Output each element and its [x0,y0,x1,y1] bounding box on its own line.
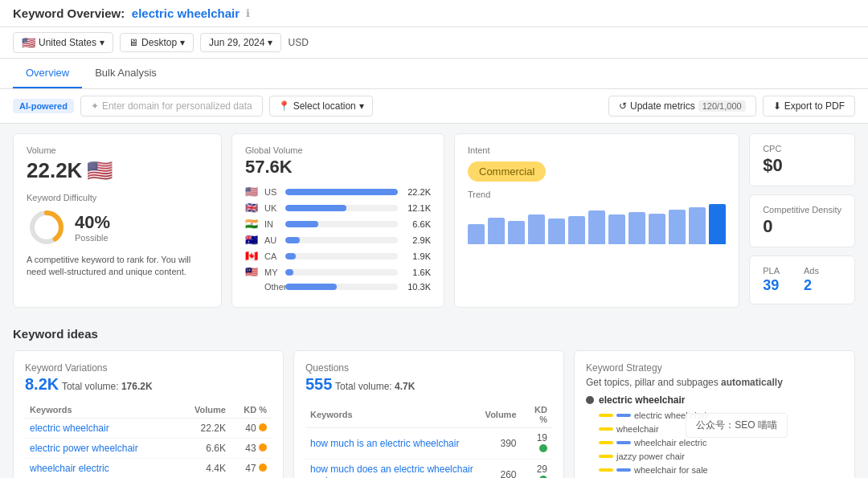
watermark: 公众号：SEO 喵喵 [686,413,788,438]
keyword-link[interactable]: how much is an electric wheelchair [310,438,459,449]
location-icon: 📍 [278,100,290,112]
currency-label: USD [288,37,308,48]
trend-bar [689,207,706,244]
pla-ads-card: PLA 39 Ads 2 [749,255,855,304]
tab-overview[interactable]: Overview [13,59,82,88]
country-row: Other 10.3K [245,282,431,292]
bar-bg [285,284,398,290]
info-icon[interactable]: ℹ [246,7,250,19]
right-metrics-col: CPC $0 Competitive Density 0 PLA 39 Ads … [749,133,855,308]
country-selector[interactable]: 🇺🇸 United States ▾ [13,32,113,53]
us-flag-icon: 🇺🇸 [22,36,35,49]
table-row: how much is an electric wheelchair 390 1… [305,428,552,460]
trend-bar [548,219,565,244]
ideas-row: Keyword Variations 8.2K Total volume: 17… [0,344,868,478]
country-code: UK [264,203,280,213]
keyword-link[interactable]: wheelchair electric [30,463,109,474]
country-flag-icon: 🇺🇸 [245,186,260,198]
kd-dot-icon [259,443,267,451]
chevron-down-icon: ▾ [359,100,364,112]
update-metrics-button[interactable]: ↺ Update metrics 120/1,000 [608,96,756,116]
main-kw-label: electric wheelchair [599,394,685,406]
intent-badge: Commercial [468,161,546,182]
table-row: how much does an electric wheelchair cos… [305,460,552,479]
col-keywords: Keywords [25,402,179,419]
country-code: Other [264,282,280,292]
strategy-sub-label: wheelchair electric [634,438,706,447]
domain-input[interactable]: ✦ Enter domain for personalized data [80,96,263,116]
country-value: 22.2K [403,187,431,197]
country-row: 🇲🇾 MY 1.6K [245,266,431,278]
country-code: US [264,187,280,197]
col-volume-q: Volume [481,402,522,428]
keyword-link[interactable]: how much does an electric wheelchair cos… [310,464,473,478]
kd-dot-icon [259,464,267,472]
pla-ads-row: PLA 39 Ads 2 [763,266,841,294]
ads-value: 2 [804,277,819,294]
kd-section: Keyword Difficulty 40% Possible A compet… [27,193,208,279]
strategy-item: wheelchair electric [599,438,843,447]
bar-fill [285,189,398,195]
trend-label: Trend [468,190,726,199]
global-volume-value: 57.6K [245,157,431,178]
ai-badge[interactable]: AI-powered [13,99,74,113]
bar-fill [285,269,293,276]
cpc-value: $0 [763,155,841,176]
intent-label: Intent [468,145,726,155]
country-flag-icon: 🇦🇺 [245,234,260,246]
table-row: wheelchair electric 4.4K 47 [25,459,272,479]
bar-bg [285,189,398,195]
global-volume-label: Global Volume [245,145,431,155]
keyword-link[interactable]: electric power wheelchair [30,443,138,454]
toolbar: 🇺🇸 United States ▾ 🖥 Desktop ▾ Jun 29, 2… [0,27,868,59]
device-selector[interactable]: 🖥 Desktop ▾ [120,33,194,52]
location-selector[interactable]: 📍 Select location ▾ [269,96,373,116]
tab-bulk-analysis[interactable]: Bulk Analysis [82,59,170,88]
col-kd-q: KD % [522,402,552,428]
yellow-bar-icon [599,441,613,444]
ads-item: Ads 2 [804,266,819,294]
country-flag-icon: 🇨🇦 [245,250,260,262]
country-bars: 🇺🇸 US 22.2K 🇬🇧 UK 12.1K 🇮🇳 IN 6.6K 🇦🇺 AU… [245,186,431,292]
desktop-icon: 🖥 [129,37,138,48]
chevron-down-icon: ▾ [268,37,272,48]
yellow-bar-icon [599,427,613,431]
kd-cell: 40 [231,419,272,439]
kd-desc: A competitive keyword to rank for. You w… [27,254,208,279]
variations-total: Total volume: 176.2K [62,381,153,392]
blue-bar-icon [616,441,631,444]
questions-table: Keywords Volume KD % how much is an elec… [305,402,552,478]
volume-cell: 4.4K [179,459,231,479]
date-selector[interactable]: Jun 29, 2024 ▾ [200,33,281,52]
country-code: CA [264,251,280,261]
pla-item: PLA 39 [763,266,780,294]
trend-bar [608,214,625,244]
variations-title: Keyword Variations [25,362,272,374]
country-value: 10.3K [403,282,431,292]
kd-cell: 29 [522,460,552,479]
bar-bg [285,205,398,211]
us-flag-icon: 🇺🇸 [87,158,113,183]
bar-bg [285,221,398,227]
country-row: 🇮🇳 IN 6.6K [245,218,431,230]
strategy-desc: Get topics, pillar and subpages automati… [586,377,843,388]
col-keywords-q: Keywords [305,402,481,428]
country-row: 🇨🇦 CA 1.9K [245,250,431,262]
kd-row: 40% Possible [27,207,208,247]
bar-fill [285,253,296,259]
cpc-card: CPC $0 [749,133,855,186]
kd-possible: Possible [75,233,110,243]
variations-table: Keywords Volume KD % electric wheelchair… [25,402,272,478]
volume-label: Volume [27,145,208,155]
keyword-link[interactable]: electric wheelchair [30,423,109,434]
questions-total: Total volume: 4.7K [335,381,415,392]
export-button[interactable]: ⬇ Export to PDF [763,96,855,116]
bar-bg [285,237,398,243]
country-row: 🇦🇺 AU 2.9K [245,234,431,246]
bullet-icon [586,396,594,404]
country-row: 🇬🇧 UK 12.1K [245,202,431,214]
country-flag-icon: 🇲🇾 [245,266,260,278]
nav-tabs: Overview Bulk Analysis [0,59,868,89]
col-volume: Volume [179,402,231,419]
volume-cell: 390 [481,428,522,460]
